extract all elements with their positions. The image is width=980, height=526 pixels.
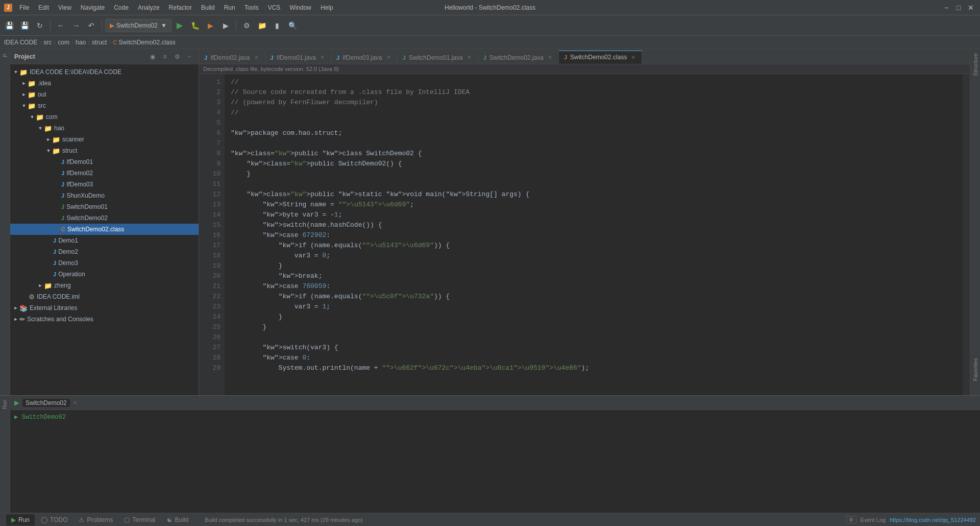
menu-item-help[interactable]: Help	[316, 3, 337, 12]
run-status-tab[interactable]: ▶ Run	[6, 514, 35, 525]
tree-item-7[interactable]: ▼📁struct	[10, 145, 199, 156]
tree-arrow-icon: ▼	[45, 147, 52, 154]
problems-status-tab[interactable]: ⚠ Problems	[74, 514, 118, 525]
tree-arrow-icon: ►	[20, 91, 28, 98]
tree-item-16[interactable]: JDemo2	[10, 246, 199, 257]
tree-item-22[interactable]: ►✏Scratches and Consoles	[10, 314, 199, 325]
menu-item-edit[interactable]: Edit	[34, 3, 53, 12]
editor-tab-0[interactable]: JIfDemo02.java✕	[199, 51, 265, 64]
tree-item-3[interactable]: ▼📁src	[10, 100, 199, 111]
forward-button[interactable]: →	[69, 18, 83, 33]
editor-tab-4[interactable]: JSwitchDemo02.java✕	[478, 51, 559, 64]
editor-tab-3[interactable]: JSwitchDemo01.java✕	[398, 51, 478, 64]
tree-item-10[interactable]: JIfDemo03	[10, 179, 199, 190]
tree-item-12[interactable]: JSwitchDemo01	[10, 201, 199, 212]
structure-panel-button[interactable]: Structure	[971, 49, 979, 80]
tree-item-11[interactable]: JShunXuDemo	[10, 190, 199, 201]
minimize-button[interactable]: −	[941, 3, 951, 13]
breadcrumb-item-com[interactable]: com	[58, 39, 69, 46]
run-button[interactable]: ▶	[173, 18, 187, 33]
settings-status-icon[interactable]: ⚙	[846, 516, 856, 523]
tree-item-19[interactable]: ►📁zheng	[10, 280, 199, 291]
problems-tab-icon: ⚠	[79, 516, 84, 523]
tab-close-button[interactable]: ✕	[466, 54, 473, 61]
tree-item-1[interactable]: ►📁.idea	[10, 78, 199, 89]
breadcrumb-item-src[interactable]: src	[43, 39, 52, 46]
tab-close-button[interactable]: ✕	[547, 54, 553, 61]
tree-item-2[interactable]: ►📁out	[10, 89, 199, 100]
tree-item-5[interactable]: ▼📁hao	[10, 123, 199, 134]
save-button[interactable]: 💾	[2, 18, 16, 33]
menu-item-run[interactable]: Run	[220, 3, 239, 12]
bottom-run-icon[interactable]: Run	[1, 398, 9, 411]
tree-item-20[interactable]: ⚙IDEA CODE.iml	[10, 291, 199, 302]
tree-item-15[interactable]: JDemo1	[10, 235, 199, 246]
code-content[interactable]: //// Source code recreated from a .class…	[225, 74, 963, 395]
maximize-button[interactable]: □	[953, 3, 964, 13]
back-button[interactable]: ←	[54, 18, 68, 33]
tree-item-14[interactable]: CSwitchDemo02.class	[10, 224, 199, 235]
csdn-url[interactable]: https://blog.csdn.net/qq_51224492	[890, 517, 976, 523]
tree-item-6[interactable]: ►📁scanner	[10, 134, 199, 145]
run-output[interactable]: ▶ SwitchDemo02	[10, 410, 980, 513]
terminal-status-tab[interactable]: ▢ Terminal	[119, 514, 160, 525]
tree-item-17[interactable]: JDemo3	[10, 257, 199, 269]
tree-item-21[interactable]: ►📚External Libraries	[10, 302, 199, 314]
menu-item-navigate[interactable]: Navigate	[77, 3, 109, 12]
tree-item-13[interactable]: JSwitchDemo02	[10, 212, 199, 224]
build-status-tab[interactable]: ☯ Build	[162, 514, 194, 525]
event-log-label[interactable]: Event Log	[861, 517, 886, 523]
project-icon[interactable]: P	[1, 51, 10, 60]
run-config-dropdown[interactable]: ▶ SwitchDemo02 ▼	[105, 19, 172, 32]
undo-button[interactable]: ↶	[84, 18, 99, 33]
settings-button[interactable]: ⚙	[239, 18, 254, 33]
breadcrumb-item-hao[interactable]: hao	[76, 39, 86, 46]
coverage-button[interactable]: ▶	[203, 18, 217, 33]
line-number: 5	[199, 118, 220, 128]
sync-button[interactable]: ↻	[33, 18, 47, 33]
menu-item-window[interactable]: Window	[285, 3, 315, 12]
menu-item-analyze[interactable]: Analyze	[134, 3, 164, 12]
breadcrumb-item-ideacode[interactable]: IDEA CODE	[4, 39, 37, 46]
build-button[interactable]: ▮	[270, 18, 284, 33]
open-folder-button[interactable]: 📁	[255, 18, 269, 33]
search-everywhere-button[interactable]: 🔍	[285, 18, 300, 33]
breadcrumb-item-file[interactable]: CSwitchDemo02.class	[113, 39, 175, 46]
tab-close-button[interactable]: ✕	[385, 54, 392, 61]
debug-button[interactable]: 🐛	[188, 18, 202, 33]
profile-button[interactable]: ▶	[218, 18, 233, 33]
editor-scrollbar[interactable]	[963, 74, 970, 395]
tree-item-label: Operation	[58, 271, 85, 278]
menu-item-file[interactable]: File	[15, 3, 33, 12]
save-all-button[interactable]: 💾	[17, 18, 32, 33]
sidebar-collapse-button[interactable]: ≡	[160, 52, 170, 62]
tree-item-9[interactable]: JIfDemo02	[10, 168, 199, 179]
menu-item-build[interactable]: Build	[197, 3, 219, 12]
sidebar-locate-button[interactable]: ◉	[148, 52, 158, 62]
tab-close-button[interactable]: ✕	[253, 54, 260, 61]
tree-item-0[interactable]: ▼📁IDEA CODE E:\IDEA\IDEA CODE	[10, 66, 199, 78]
tab-close-button[interactable]: ✕	[319, 54, 326, 61]
tab-close-button[interactable]: ✕	[630, 54, 636, 61]
editor-tab-1[interactable]: JIfDemo01.java✕	[265, 51, 332, 64]
todo-status-tab[interactable]: ◯ TODO	[36, 514, 72, 525]
tree-item-18[interactable]: JOperation	[10, 269, 199, 280]
menu-item-refactor[interactable]: Refactor	[165, 3, 196, 12]
run-tab-close[interactable]: ✕	[73, 400, 77, 405]
favorites-panel-button[interactable]: Favorites	[971, 354, 979, 385]
tree-item-4[interactable]: ▼📁com	[10, 111, 199, 123]
sidebar: Project ◉ ≡ ⚙ − ▼📁IDEA CODE E:\IDEA\IDEA…	[10, 49, 199, 395]
tree-item-8[interactable]: JIfDemo01	[10, 156, 199, 168]
close-button[interactable]: ✕	[966, 3, 976, 13]
menu-item-vcs[interactable]: VCS	[264, 3, 285, 12]
tree-item-label: src	[38, 102, 46, 109]
menu-item-code[interactable]: Code	[110, 3, 133, 12]
code-line: var3 = 1;	[231, 302, 957, 312]
sidebar-settings-button[interactable]: ⚙	[172, 52, 182, 62]
breadcrumb-item-struct[interactable]: struct	[92, 39, 107, 46]
editor-tab-5[interactable]: JSwitchDemo02.class✕	[559, 51, 643, 64]
editor-tab-2[interactable]: JIfDemo03.java✕	[331, 51, 398, 64]
menu-item-tools[interactable]: Tools	[240, 3, 263, 12]
sidebar-minimize-button[interactable]: −	[184, 52, 194, 62]
menu-item-view[interactable]: View	[54, 3, 76, 12]
